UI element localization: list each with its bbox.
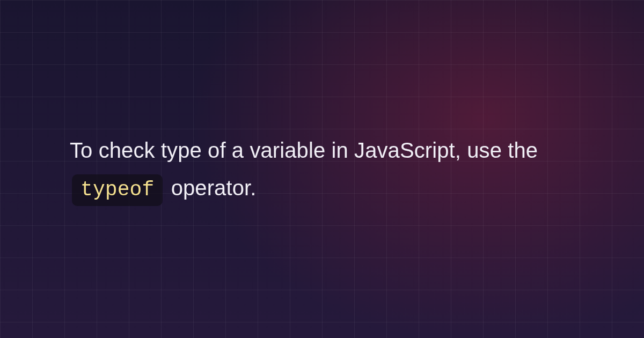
tip-card: To check type of a variable in JavaScrip… bbox=[0, 0, 644, 338]
tip-text-after: operator. bbox=[171, 176, 257, 200]
tip-text: To check type of a variable in JavaScrip… bbox=[70, 131, 585, 207]
tip-text-before: To check type of a variable in JavaScrip… bbox=[70, 138, 538, 162]
code-snippet: typeof bbox=[72, 174, 163, 206]
